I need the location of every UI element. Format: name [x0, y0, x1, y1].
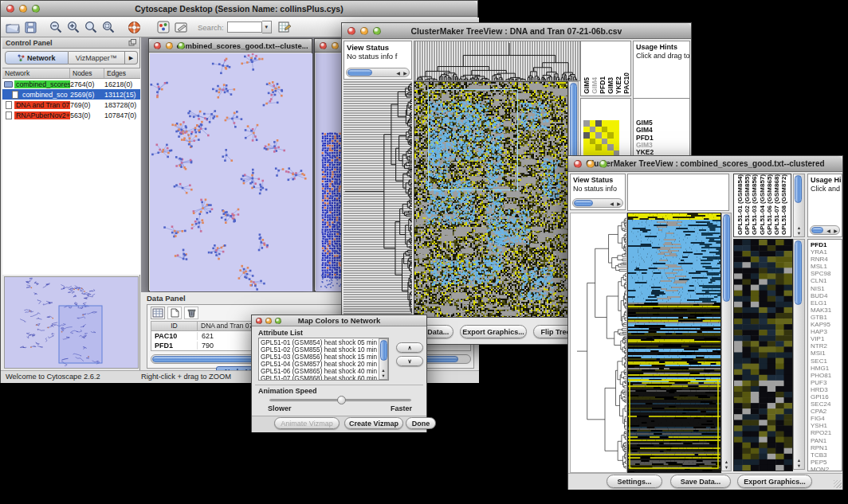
gene-label[interactable]: YRA1: [811, 248, 842, 256]
network-row-3[interactable]: RNAPuberNov2+563(0)107847(0): [2, 110, 140, 120]
vizmap-icon[interactable]: [157, 21, 170, 33]
export-graphics-button[interactable]: Export Graphics...: [737, 475, 812, 488]
gene-label[interactable]: PAN1: [811, 437, 842, 444]
tv2-labels-vscrollbar[interactable]: ▲▼: [793, 174, 805, 237]
tv2-column-dendrogram[interactable]: [627, 174, 729, 211]
zoom-window-icon[interactable]: [32, 5, 40, 13]
gene-label[interactable]: PUF3: [811, 379, 842, 386]
gene-label[interactable]: GPI16: [811, 393, 842, 400]
zoom-window-icon[interactable]: [275, 318, 281, 324]
done-button[interactable]: Done: [406, 417, 436, 429]
gene-label[interactable]: MSI1: [811, 350, 842, 357]
tv2-row-dendrogram[interactable]: [570, 213, 627, 473]
gene-label[interactable]: SPC98: [811, 270, 842, 277]
gene-label[interactable]: ELG1: [811, 299, 842, 307]
network-canvas-1[interactable]: [150, 53, 312, 291]
new-attribute-icon[interactable]: [167, 307, 182, 319]
id-column-header[interactable]: ID: [151, 322, 198, 330]
attribute-item[interactable]: GPL51-02 (GSM855) heat shock 10 min: [259, 346, 379, 354]
network-row-0[interactable]: combined_scores_2764(0)16218(0): [2, 79, 140, 89]
save-data-button[interactable]: Save Data...: [670, 475, 731, 488]
search-dropdown-icon[interactable]: ▼: [262, 21, 272, 33]
resize-grip[interactable]: [834, 480, 842, 488]
create-vizmap-button[interactable]: Create Vizmap: [344, 417, 403, 429]
zoom-window-icon[interactable]: [178, 42, 185, 49]
attribute-item[interactable]: GPL51-07 (GSM868) heat shock 60 min: [259, 375, 379, 381]
gene-label[interactable]: CLN1: [811, 277, 842, 284]
move-down-button[interactable]: ∨: [396, 356, 423, 366]
network1-titlebar[interactable]: combined_scores_good.txt--cluste...: [149, 39, 312, 53]
move-up-button[interactable]: ∧: [396, 342, 423, 353]
tab-overflow-button[interactable]: ▶: [125, 51, 138, 64]
gene-label[interactable]: PEP5: [811, 459, 842, 466]
tv1-status-hscrollbar[interactable]: ◀▶: [346, 68, 410, 77]
annotation-icon[interactable]: [175, 21, 188, 33]
network-row-1[interactable]: combined_sco2569(6)13112(15): [2, 89, 140, 100]
network-overview-panel[interactable]: [4, 276, 139, 369]
minimize-icon[interactable]: [360, 27, 368, 35]
tv1-column-dendrogram[interactable]: [414, 41, 580, 81]
gene-label[interactable]: PFD1: [811, 241, 842, 248]
gene-label[interactable]: SEC24: [811, 400, 842, 408]
minimize-icon[interactable]: [587, 160, 595, 168]
attribute-select-icon[interactable]: [151, 307, 165, 319]
attribute-editor-icon[interactable]: [278, 21, 292, 33]
gene-label[interactable]: MAK31: [811, 307, 842, 314]
close-icon[interactable]: [256, 318, 262, 324]
tv2-usage-hscrollbar[interactable]: ◀▶: [810, 225, 840, 235]
tv1-zoom-matrix[interactable]: [583, 120, 619, 156]
zoom-selected-icon[interactable]: [102, 21, 115, 33]
attribute-item[interactable]: GPL51-04 (GSM857) heat shock 20 min: [259, 361, 379, 368]
minimize-icon[interactable]: [332, 42, 339, 49]
tv1-heatmap[interactable]: [414, 81, 568, 318]
minimize-icon[interactable]: [265, 318, 272, 324]
animate-vizmap-button[interactable]: Animate Vizmap: [274, 417, 340, 429]
gene-label[interactable]: MON2: [811, 466, 842, 471]
export-graphics-button[interactable]: Export Graphics...: [460, 325, 527, 338]
settings-button[interactable]: Settings...: [607, 475, 662, 488]
close-icon[interactable]: [154, 42, 161, 49]
gene-label[interactable]: MSL1: [811, 263, 842, 270]
animation-speed-slider[interactable]: [269, 399, 411, 401]
treeview2-titlebar[interactable]: ClusterMaker TreeView : combined_scores_…: [568, 156, 842, 172]
attribute-listbox[interactable]: GPL51-01 (GSM854) heat shock 05 minGPL51…: [258, 338, 389, 381]
tv2-status-hscrollbar[interactable]: ◀▶: [572, 198, 623, 208]
treeview1-titlebar[interactable]: ClusterMaker TreeView : DNA and Tran 07-…: [342, 23, 691, 39]
gene-label[interactable]: VIP1: [811, 335, 842, 342]
gene-label[interactable]: NIS1: [811, 285, 842, 292]
tv2-heatmap[interactable]: [627, 213, 721, 473]
zoom-in-icon[interactable]: [67, 21, 80, 33]
attribute-item[interactable]: GPL51-06 (GSM865) heat shock 40 min: [259, 368, 379, 375]
attribute-list-vscrollbar[interactable]: ▲▼: [379, 338, 388, 380]
tv2-zoom-heatmap[interactable]: [733, 239, 793, 471]
close-icon[interactable]: [347, 27, 355, 35]
gene-label[interactable]: SEC1: [811, 357, 842, 365]
slider-handle[interactable]: [337, 396, 346, 404]
gene-label[interactable]: TCB3: [811, 451, 842, 459]
search-input[interactable]: [227, 21, 262, 33]
gene-label[interactable]: RPO21: [811, 429, 842, 436]
open-file-icon[interactable]: [6, 21, 20, 33]
gene-label[interactable]: CPA2: [811, 408, 842, 415]
delete-attribute-icon[interactable]: [184, 307, 198, 319]
close-icon[interactable]: [6, 5, 14, 13]
help-icon[interactable]: [128, 21, 141, 34]
zoom-fit-icon[interactable]: [84, 21, 97, 33]
gene-label[interactable]: KAP95: [811, 321, 842, 328]
tv2-zoom-vscrollbar[interactable]: ▲▼: [793, 239, 805, 470]
gene-label[interactable]: RNR4: [811, 256, 842, 263]
network-row-2[interactable]: DNA and Tran 07769(0)183728(0): [2, 100, 140, 110]
gene-label[interactable]: HRD3: [811, 386, 842, 393]
gene-label[interactable]: BUD4: [811, 292, 842, 299]
dialog-titlebar[interactable]: Map Colors to Network: [252, 315, 426, 326]
network-table-header[interactable]: Network Nodes Edges: [2, 68, 140, 79]
gene-label[interactable]: GTB1: [811, 314, 842, 321]
gene-label[interactable]: PHO81: [811, 372, 842, 379]
minimize-icon[interactable]: [166, 42, 173, 49]
tv1-row-dendrogram[interactable]: [344, 81, 412, 316]
close-icon[interactable]: [574, 160, 582, 168]
main-titlebar[interactable]: Cytoscape Desktop (Session Name: collins…: [1, 1, 477, 17]
save-session-icon[interactable]: [25, 21, 37, 33]
zoom-window-icon[interactable]: [599, 160, 607, 168]
attribute-item[interactable]: GPL51-03 (GSM856) heat shock 15 min: [259, 354, 379, 361]
